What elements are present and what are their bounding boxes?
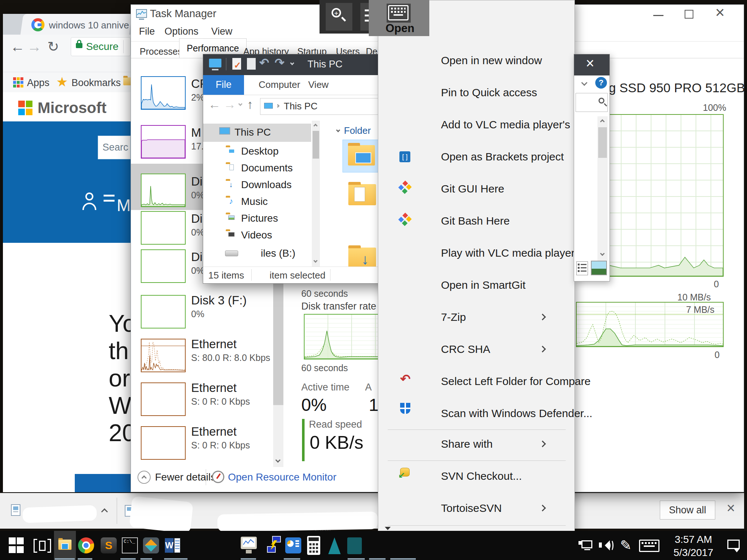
- fewer-details-button[interactable]: Fewer details: [155, 471, 216, 483]
- tray-volume-icon[interactable]: [599, 539, 614, 552]
- menu-item-git-bash-here[interactable]: Git Bash Here: [441, 215, 510, 227]
- sidebar-item-disk-third[interactable]: Di 0%: [131, 249, 204, 293]
- tree-music-row[interactable]: ♪ Music: [203, 193, 311, 210]
- tree-pictures-row[interactable]: Pictures: [203, 210, 311, 226]
- bookmark-folder-icon[interactable]: [123, 77, 131, 85]
- file-item-folder[interactable]: [348, 184, 376, 205]
- refresh-icon[interactable]: ↻: [47, 39, 59, 55]
- taskbar-cpanel-button[interactable]: [285, 537, 301, 553]
- tree-scrollbar-down-icon[interactable]: [313, 258, 317, 262]
- address-breadcrumb[interactable]: This PC: [284, 101, 317, 112]
- taskbar-word-button[interactable]: W: [165, 537, 181, 553]
- tm-menu-view[interactable]: View: [211, 26, 232, 37]
- group-collapse-icon[interactable]: [336, 128, 340, 132]
- page-blue-button[interactable]: [75, 474, 131, 492]
- open-header-bg[interactable]: Open: [369, 0, 429, 36]
- action-center-icon[interactable]: [727, 540, 740, 549]
- shelf-collapse-chevron-icon[interactable]: [101, 508, 108, 515]
- taskbar-perfmon-button[interactable]: [241, 537, 258, 554]
- address-bar[interactable]: This PC: [260, 98, 392, 115]
- taskbar-app-button[interactable]: [347, 537, 362, 554]
- bookmark-star-icon[interactable]: ★: [56, 74, 68, 90]
- menu-item-play-with-vlc[interactable]: Play with VLC media player: [441, 247, 575, 259]
- popup-dropdown-icon[interactable]: [581, 80, 588, 86]
- sidebar-item-cpu[interactable]: CP 2%: [131, 66, 204, 112]
- sidebar-item-ethernet3[interactable]: Ethernet S: 0 R: 0 Kbps: [131, 423, 284, 467]
- taskbar-explorer-button[interactable]: [54, 531, 76, 560]
- sidebar-item-memory[interactable]: M 17.: [131, 114, 204, 160]
- sidebar-item-disk2[interactable]: Di 0%: [131, 211, 204, 255]
- bookmarks-label[interactable]: Bookmarks: [71, 77, 121, 89]
- tree-this-pc-row[interactable]: This PC: [203, 124, 311, 142]
- explorer-tree-scrollbar[interactable]: [312, 121, 320, 267]
- forward-icon[interactable]: →: [27, 39, 42, 55]
- tm-scrollbar-thumb[interactable]: [273, 281, 283, 405]
- menu-item-share-with[interactable]: Share with: [441, 438, 493, 450]
- tray-keyboard-icon[interactable]: [639, 540, 659, 552]
- sidebar-item-ethernet2[interactable]: Ethernet S: 0 R: 0 Kbps: [131, 380, 284, 423]
- menu-item-tortoisesvn[interactable]: TortoiseSVN: [441, 502, 502, 514]
- shelf-close-icon[interactable]: ×: [727, 500, 735, 516]
- nav-dropdown-icon[interactable]: [238, 102, 242, 106]
- popup-search-input[interactable]: [576, 93, 608, 112]
- menu-scroll-down-icon[interactable]: [385, 527, 391, 530]
- menu-item-open-as-brackets-project[interactable]: Open as Brackets project: [441, 151, 564, 163]
- page-search-input[interactable]: Searc: [98, 136, 131, 159]
- open-resource-monitor-link[interactable]: Open Resource Monitor: [228, 471, 336, 483]
- help-button[interactable]: ?: [595, 77, 607, 89]
- taskbar-app-button[interactable]: [328, 537, 341, 554]
- sidebar-item-ethernet1[interactable]: Ethernet S: 80.0 R: 8.0 Kbps: [131, 336, 284, 380]
- tray-network-icon[interactable]: [578, 540, 593, 551]
- menu-item-scan-with-defender[interactable]: Scan with Windows Defender...: [441, 407, 592, 420]
- sidebar-item-disk3[interactable]: Disk 3 (F:) 0%: [131, 293, 284, 337]
- popup-scroll-thumb[interactable]: [598, 127, 607, 158]
- tree-videos-row[interactable]: Videos: [203, 226, 311, 243]
- qat-undo-icon[interactable]: ↶: [259, 56, 269, 70]
- popup-scroll-down-icon[interactable]: [600, 251, 605, 256]
- menu-item-git-gui-here[interactable]: Git GUI Here: [441, 183, 504, 195]
- menu-item-svn-checkout[interactable]: SVN Checkout...: [441, 470, 522, 482]
- qat-redo-icon[interactable]: ↷: [275, 56, 285, 70]
- tree-drive-b-row[interactable]: iles (B:): [203, 245, 311, 261]
- ribbon-file-tab[interactable]: File: [203, 75, 244, 95]
- ribbon-view-tab[interactable]: View: [308, 79, 329, 90]
- menu-item-open-in-new-window[interactable]: Open in new window: [441, 54, 542, 67]
- nav-forward-icon[interactable]: →: [224, 97, 236, 112]
- taskbar-calculator-button[interactable]: [307, 536, 320, 555]
- file-item-downloads-folder[interactable]: ↓: [348, 248, 376, 269]
- tree-documents-row[interactable]: Documents: [203, 159, 311, 176]
- qat-properties-icon[interactable]: ✓: [232, 58, 241, 70]
- back-icon[interactable]: ←: [10, 39, 25, 55]
- menu-item-pin-to-quick-access[interactable]: Pin to Quick access: [441, 86, 537, 99]
- sidebar-item-disk1-selected[interactable]: Di 0%: [131, 164, 203, 210]
- popup-close-icon[interactable]: ×: [586, 55, 594, 71]
- maximize-button[interactable]: [685, 10, 693, 19]
- tm-sidebar-scrollbar[interactable]: [273, 281, 283, 467]
- ribbon-computer-tab[interactable]: Computer: [259, 79, 300, 90]
- tree-downloads-row[interactable]: ↓ Downloads: [203, 176, 311, 193]
- taskbar-vmware-button[interactable]: [143, 537, 159, 553]
- menu-item-crc-sha[interactable]: CRC SHA: [441, 343, 490, 355]
- task-view-button[interactable]: [34, 539, 51, 553]
- nav-up-icon[interactable]: ↑: [247, 97, 253, 112]
- apps-label[interactable]: Apps: [27, 77, 50, 89]
- tree-scrollbar-thumb[interactable]: [313, 131, 319, 159]
- menu-item-open-in-smartgit[interactable]: Open in SmartGit: [441, 279, 526, 291]
- start-button[interactable]: [9, 537, 25, 553]
- menu-item-7zip[interactable]: 7-Zip: [441, 311, 466, 323]
- show-all-button[interactable]: Show all: [660, 501, 715, 520]
- tray-clock[interactable]: 3:57 AM 5/3/2017: [666, 534, 721, 559]
- close-button[interactable]: ×: [715, 3, 725, 22]
- taskbar-cmd-button[interactable]: C:\_: [122, 537, 138, 553]
- tm-scrollbar-down-icon[interactable]: [275, 458, 280, 463]
- tray-pen-icon[interactable]: ✎: [620, 537, 632, 553]
- popup-scroll-up-icon[interactable]: [600, 119, 605, 124]
- tm-menu-file[interactable]: File: [139, 26, 155, 37]
- image-preview-icon[interactable]: [591, 261, 607, 275]
- minimize-button[interactable]: [653, 15, 663, 16]
- apps-grid-icon[interactable]: [13, 77, 23, 88]
- taskbar-chrome-button[interactable]: [78, 537, 94, 553]
- qat-newfolder-icon[interactable]: [247, 58, 256, 70]
- menu-item-select-left-folder-compare[interactable]: Select Left Folder for Compare: [441, 375, 591, 388]
- tm-menu-options[interactable]: Options: [165, 26, 198, 37]
